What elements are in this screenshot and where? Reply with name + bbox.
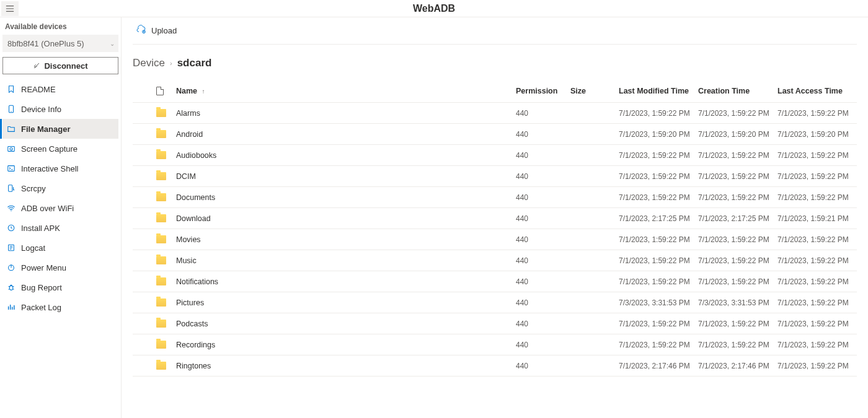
- row-permission: 440: [516, 362, 570, 370]
- column-header-creation[interactable]: Creation Time: [698, 87, 777, 95]
- table-row[interactable]: DCIM4407/1/2023, 1:59:22 PM7/1/2023, 1:5…: [133, 166, 857, 187]
- row-last-access: 7/1/2023, 1:59:22 PM: [777, 256, 857, 265]
- svg-point-3: [10, 147, 12, 150]
- table-row[interactable]: Pictures4407/3/2023, 3:31:53 PM7/3/2023,…: [133, 292, 857, 313]
- app-header: WebADB: [0, 0, 868, 17]
- phone-icon: [6, 104, 16, 114]
- row-icon-cell: [133, 320, 176, 328]
- column-header-name[interactable]: Name ↑: [176, 87, 516, 95]
- row-last-modified: 7/1/2023, 2:17:46 PM: [619, 362, 698, 370]
- row-permission: 440: [516, 172, 570, 181]
- chevron-down-icon: ⌄: [110, 40, 115, 47]
- folder-icon: [156, 109, 166, 117]
- table-row[interactable]: Alarms4407/1/2023, 1:59:22 PM7/1/2023, 1…: [133, 103, 857, 124]
- folder-icon: [156, 172, 166, 180]
- row-icon-cell: [133, 214, 176, 222]
- row-last-modified: 7/1/2023, 1:59:22 PM: [619, 193, 698, 202]
- table-row[interactable]: Movies4407/1/2023, 1:59:22 PM7/1/2023, 1…: [133, 229, 857, 250]
- row-last-modified: 7/1/2023, 1:59:22 PM: [619, 235, 698, 244]
- column-header-last-modified[interactable]: Last Modified Time: [619, 87, 698, 95]
- sidebar-item-logcat[interactable]: Logcat: [2, 238, 118, 258]
- sidebar-item-label: Power Menu: [21, 263, 66, 272]
- sidebar-item-screen-capture[interactable]: Screen Capture: [2, 139, 118, 159]
- row-permission: 440: [516, 235, 570, 244]
- row-icon-cell: [133, 193, 176, 201]
- bookmark-icon: [6, 84, 16, 94]
- sidebar-item-label: Bug Report: [21, 283, 62, 292]
- sidebar-item-adb-over-wifi[interactable]: ADB over WiFi: [2, 198, 118, 218]
- sidebar-item-packet-log[interactable]: Packet Log: [2, 297, 118, 317]
- row-name: Download: [176, 214, 516, 223]
- row-last-access: 7/1/2023, 1:59:20 PM: [777, 130, 857, 139]
- main-content: Upload Device › sdcard Name ↑ Permission…: [122, 17, 868, 418]
- breadcrumb-root[interactable]: Device: [133, 57, 165, 69]
- sidebar-item-label: Interactive Shell: [21, 164, 79, 173]
- sidebar-item-install-apk[interactable]: Install APK: [2, 218, 118, 238]
- table-row[interactable]: Android4407/1/2023, 1:59:20 PM7/1/2023, …: [133, 124, 857, 145]
- table-row[interactable]: Notifications4407/1/2023, 1:59:22 PM7/1/…: [133, 271, 857, 292]
- row-last-access: 7/1/2023, 1:59:21 PM: [777, 214, 857, 223]
- column-header-icon[interactable]: [133, 87, 176, 95]
- row-icon-cell: [133, 109, 176, 117]
- package-icon: [6, 223, 16, 233]
- folder-icon: [156, 130, 166, 138]
- sidebar: Available devices 8bfb8f41 (OnePlus 5) ⌄…: [0, 17, 122, 418]
- table-row[interactable]: Documents4407/1/2023, 1:59:22 PM7/1/2023…: [133, 187, 857, 208]
- svg-rect-4: [8, 166, 15, 172]
- cloud-upload-icon: [136, 25, 146, 37]
- row-creation: 7/1/2023, 1:59:22 PM: [698, 109, 777, 118]
- sidebar-item-file-manager[interactable]: File Manager: [2, 119, 118, 139]
- sidebar-item-device-info[interactable]: Device Info: [2, 99, 118, 119]
- sidebar-item-label: Screen Capture: [21, 144, 78, 154]
- power-icon: [6, 263, 16, 272]
- device-select[interactable]: 8bfb8f41 (OnePlus 5) ⌄: [2, 35, 118, 52]
- table-row[interactable]: Music4407/1/2023, 1:59:22 PM7/1/2023, 1:…: [133, 250, 857, 271]
- row-last-modified: 7/1/2023, 1:59:22 PM: [619, 341, 698, 349]
- sidebar-item-label: Logcat: [21, 243, 45, 253]
- folder-icon: [156, 256, 166, 264]
- row-creation: 7/1/2023, 1:59:22 PM: [698, 256, 777, 265]
- breadcrumb-current: sdcard: [177, 57, 212, 69]
- row-name: Pictures: [176, 298, 516, 307]
- sidebar-item-scrcpy[interactable]: Scrcpy: [2, 178, 118, 198]
- sidebar-item-power-menu[interactable]: Power Menu: [2, 258, 118, 277]
- row-creation: 7/1/2023, 1:59:22 PM: [698, 320, 777, 328]
- sidebar-item-interactive-shell[interactable]: Interactive Shell: [2, 159, 118, 178]
- upload-button[interactable]: Upload: [136, 25, 177, 37]
- column-header-permission[interactable]: Permission: [516, 87, 570, 95]
- row-creation: 7/1/2023, 1:59:22 PM: [698, 341, 777, 349]
- table-row[interactable]: Audiobooks4407/1/2023, 1:59:22 PM7/1/202…: [133, 145, 857, 166]
- row-last-access: 7/1/2023, 1:59:22 PM: [777, 151, 857, 160]
- svg-rect-2: [8, 147, 15, 152]
- row-creation: 7/3/2023, 3:31:53 PM: [698, 298, 777, 307]
- disconnect-button[interactable]: Disconnect: [2, 57, 118, 74]
- network-icon: [6, 302, 16, 312]
- table-row[interactable]: Ringtones4407/1/2023, 2:17:46 PM7/1/2023…: [133, 355, 857, 377]
- svg-point-6: [11, 211, 11, 211]
- row-name: Documents: [176, 193, 516, 202]
- table-row[interactable]: Podcasts4407/1/2023, 1:59:22 PM7/1/2023,…: [133, 313, 857, 334]
- sidebar-item-readme[interactable]: README: [2, 79, 118, 99]
- table-row[interactable]: Download4407/1/2023, 2:17:25 PM7/1/2023,…: [133, 208, 857, 229]
- disconnect-label: Disconnect: [44, 61, 87, 71]
- row-last-access: 7/1/2023, 1:59:22 PM: [777, 320, 857, 328]
- row-last-modified: 7/1/2023, 1:59:20 PM: [619, 130, 698, 139]
- row-creation: 7/1/2023, 1:59:22 PM: [698, 277, 777, 286]
- row-last-modified: 7/3/2023, 3:31:53 PM: [619, 298, 698, 307]
- sidebar-item-label: Scrcpy: [21, 184, 46, 193]
- folder-icon: [156, 298, 166, 307]
- row-name: Recordings: [176, 341, 516, 349]
- folder-icon: [156, 320, 166, 328]
- menu-toggle-button[interactable]: [1, 1, 19, 16]
- folder-icon: [156, 151, 166, 159]
- column-header-last-access[interactable]: Last Access Time: [777, 87, 857, 95]
- row-icon-cell: [133, 256, 176, 264]
- chevron-right-icon: ›: [170, 59, 172, 67]
- nav-list: READMEDevice InfoFile ManagerScreen Capt…: [2, 79, 118, 317]
- column-header-size[interactable]: Size: [570, 87, 619, 95]
- bug-icon: [6, 282, 16, 292]
- sidebar-item-bug-report[interactable]: Bug Report: [2, 277, 118, 297]
- row-permission: 440: [516, 130, 570, 139]
- table-row[interactable]: Recordings4407/1/2023, 1:59:22 PM7/1/202…: [133, 334, 857, 355]
- log-icon: [6, 243, 16, 253]
